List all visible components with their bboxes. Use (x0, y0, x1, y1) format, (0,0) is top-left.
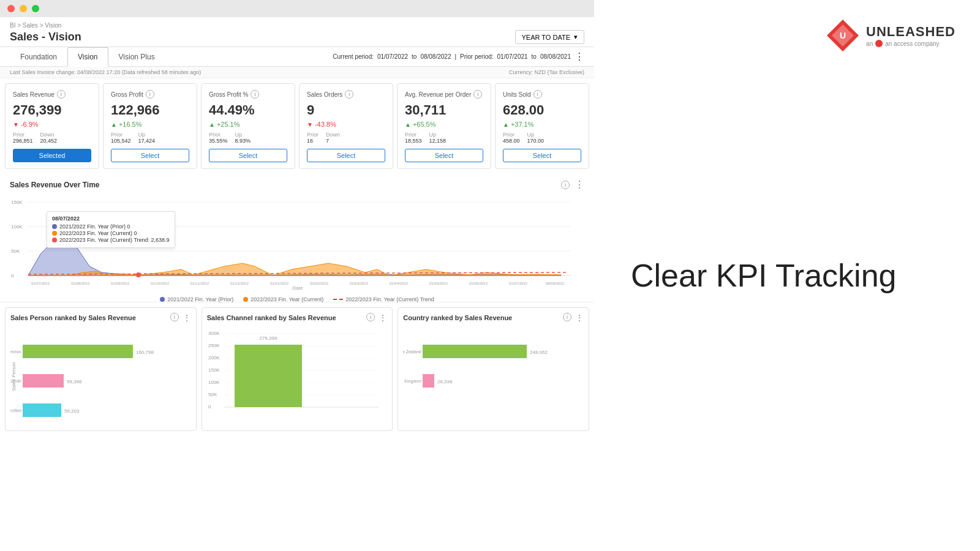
chart-actions: i ⋮ (561, 179, 584, 190)
triangle-up-icon4: ▲ (503, 121, 509, 128)
tab-vision-plus[interactable]: Vision Plus (108, 47, 165, 66)
kpi-card-avg-revenue: Avg. Revenue per Order i 30,711 ▲ +65.5%… (397, 83, 491, 169)
logo-icon: U (826, 18, 860, 53)
chart-icons-sales-person: i ⋮ (170, 313, 191, 323)
tooltip-row-1: 2021/2022 Fin. Year (Prior) 0 (52, 223, 170, 230)
period-info: Current period: 01/07/2022 to 08/08/2022… (333, 51, 584, 62)
info-icon-sales-revenue[interactable]: i (57, 90, 66, 99)
select-button-gross-profit[interactable]: Select (111, 149, 189, 162)
info-icon-gross-profit[interactable]: i (146, 90, 154, 99)
bar-chart-sales-channel: 300K 250K 200K 150K 100K 50K 0 (207, 328, 388, 425)
info-icon-sales-channel[interactable]: i (366, 313, 375, 321)
close-button[interactable] (7, 5, 15, 12)
select-button-avg-revenue[interactable]: Select (405, 149, 483, 162)
chevron-down-icon: ▾ (574, 33, 578, 41)
kpi-prior-sales-orders: Prior 16 Down 7 (307, 132, 385, 144)
bar-ludolph (23, 345, 133, 358)
logo-name: UNLEASHED (866, 24, 956, 40)
select-button-gross-profit-pct[interactable]: Select (209, 149, 287, 162)
more-icon-chart[interactable]: ⋮ (575, 179, 584, 190)
period-to-label: to (412, 53, 417, 60)
kpi-value-avg-revenue: 30,711 (405, 102, 483, 118)
info-icon-country[interactable]: i (563, 313, 571, 321)
triangle-down-icon: ▼ (13, 121, 19, 128)
info-icon-units-sold[interactable]: i (533, 90, 542, 99)
bar-chart-country: Country New Zealand 248,062 United Kingd… (403, 328, 584, 425)
chart-tooltip: 08/07/2022 2021/2022 Fin. Year (Prior) 0… (47, 211, 175, 248)
kpi-value-gross-profit: 122,966 (111, 102, 189, 118)
last-change-text: Last Sales Invoice change: 04/08/2022 17… (10, 69, 201, 75)
unleashed-logo: U UNLEASHED an an access company (826, 18, 956, 53)
page-title-row: Sales - Vision YEAR TO DATE ▾ (10, 30, 584, 44)
more-icon-sales-person[interactable]: ⋮ (183, 313, 191, 323)
svg-text:United Kingdom: United Kingdom (403, 379, 421, 384)
main-chart-container[interactable]: 08/07/2022 2021/2022 Fin. Year (Prior) 0… (10, 193, 584, 297)
maximize-button[interactable] (32, 5, 39, 12)
svg-text:01/01/2022: 01/01/2022 (270, 282, 289, 285)
info-icon-chart[interactable]: i (561, 181, 570, 189)
tooltip-row-2: 2022/2023 Fin. Year (Current) 0 (52, 230, 170, 236)
tooltip-dot-1 (52, 224, 57, 229)
bar-chart-sales-person: Sales Person Ludolph Lennox 160,798 John… (10, 328, 191, 425)
svg-text:56,203: 56,203 (64, 408, 80, 414)
chart-icons-sales-channel: i ⋮ (366, 313, 387, 323)
logo-tagline: an an access company (866, 40, 956, 47)
info-bar: Last Sales Invoice change: 04/08/2022 17… (0, 67, 594, 78)
select-button-units-sold[interactable]: Select (503, 149, 581, 162)
chart-header-country: Country ranked by Sales Revenue i ⋮ (403, 313, 584, 323)
kpi-prior-gross-profit: Prior 105,542 Up 17,424 (111, 132, 189, 144)
svg-text:59,398: 59,398 (67, 379, 82, 384)
right-panel: U UNLEASHED an an access company Clear K… (594, 0, 980, 551)
kpi-value-sales-orders: 9 (307, 102, 385, 118)
info-icon-gross-profit-pct[interactable]: i (251, 90, 259, 99)
kpi-change-sales-orders: ▼ -43.8% (307, 121, 385, 128)
chart-legend: 2021/2022 Fin. Year (Prior) 2022/2023 Fi… (10, 296, 584, 302)
legend-item-prior: 2021/2022 Fin. Year (Prior) (160, 296, 233, 302)
svg-text:01/09/2022: 01/09/2022 (111, 282, 130, 285)
kpi-change-gross-profit-pct: ▲ +25.1% (209, 121, 287, 128)
kpi-prior-units-sold: Prior 458.00 Up 170.00 (503, 132, 581, 144)
app-panel: BI > Sales > Vision Sales - Vision YEAR … (0, 0, 594, 551)
svg-text:248,062: 248,062 (530, 350, 548, 355)
minimize-button[interactable] (20, 5, 27, 12)
prior-to-label: to (532, 53, 537, 60)
select-button-sales-revenue[interactable]: Selected (13, 149, 91, 162)
svg-text:01/05/2022: 01/05/2022 (429, 282, 448, 285)
more-icon[interactable]: ⋮ (575, 51, 584, 62)
svg-sales-person: Sales Person Ludolph Lennox 160,798 John… (10, 328, 185, 425)
prior-period-from: 01/07/2021 (497, 53, 528, 60)
year-to-date-button[interactable]: YEAR TO DATE ▾ (515, 30, 584, 44)
more-icon-sales-channel[interactable]: ⋮ (379, 313, 387, 323)
svg-text:01/07/2022: 01/07/2022 (509, 282, 528, 285)
select-button-sales-orders[interactable]: Select (307, 149, 385, 162)
svg-text:100K: 100K (11, 224, 23, 230)
svg-text:01/12/2022: 01/12/2022 (230, 282, 249, 285)
bar-unspecified (23, 403, 61, 417)
info-icon-sales-person[interactable]: i (170, 313, 179, 321)
chart-title-country: Country ranked by Sales Revenue (403, 314, 512, 321)
triangle-down-icon2: ▼ (307, 121, 313, 128)
svg-text:01/08/2022: 01/08/2022 (71, 282, 90, 285)
legend-item-trend: 2022/2023 Fin. Year (Current) Trend (333, 296, 434, 302)
kpi-prior-avg-revenue: Prior 18,553 Up 12,158 (405, 132, 483, 144)
kpi-card-gross-profit: Gross Profit i 122,966 ▲ +16.5% Prior 10… (103, 83, 197, 169)
tab-foundation[interactable]: Foundation (10, 47, 67, 66)
svg-text:100K: 100K (208, 380, 220, 385)
kpi-tracking-text: Clear KPI Tracking (631, 257, 897, 294)
access-dot (875, 40, 883, 47)
prior-period-label: Prior period: (460, 53, 493, 60)
bar-nz (423, 345, 527, 358)
svg-text:50K: 50K (11, 249, 20, 254)
tooltip-dot-2 (52, 231, 57, 236)
info-icon-sales-orders[interactable]: i (345, 90, 353, 99)
svg-text:200K: 200K (208, 355, 220, 361)
window-chrome (0, 0, 594, 17)
svg-text:01/11/2022: 01/11/2022 (190, 282, 209, 285)
svg-text:08/08/2022: 08/08/2022 (546, 282, 565, 285)
tab-vision[interactable]: Vision (67, 47, 108, 67)
more-icon-country[interactable]: ⋮ (575, 313, 584, 323)
info-icon-avg-revenue[interactable]: i (473, 90, 482, 99)
kpi-change-units-sold: ▲ +37.1% (503, 121, 581, 128)
logo-text-group: UNLEASHED an an access company (866, 24, 956, 47)
kpi-prior-gross-profit-pct: Prior 35.55% Up 8.93% (209, 132, 287, 144)
